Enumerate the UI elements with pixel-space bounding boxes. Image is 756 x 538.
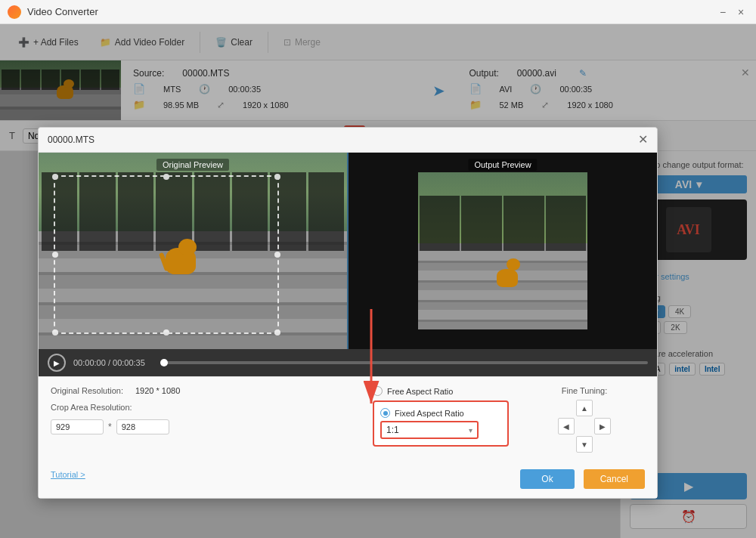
ok-button[interactable]: Ok (520, 469, 574, 489)
crop-handle-tr[interactable] (274, 174, 280, 180)
free-aspect-label: Free Aspect Ratio (387, 387, 453, 396)
output-video-scene (349, 153, 657, 349)
preview-container: Original Preview (39, 153, 657, 349)
time-display: 00:00:00 / 00:00:35 (73, 358, 156, 367)
crop-handle-bm[interactable] (163, 329, 169, 335)
crop-handle-br[interactable] (274, 329, 280, 335)
app-icon (8, 5, 21, 19)
modal-bottom: Original Resolution: 1920 * 1080 Crop Ar… (39, 376, 657, 498)
current-time: 00:00:00 (73, 358, 106, 367)
crop-sep: * (108, 422, 112, 432)
play-button[interactable]: ▶ (48, 354, 66, 372)
fine-tuning-label: Fine Tuning: (562, 386, 608, 395)
arrow-grid: ▲ ◀ ▶ ▼ (558, 400, 611, 453)
aspect-ratio-select[interactable]: 1:1 ▾ (380, 421, 479, 439)
fine-tuning-controls: ▲ ◀ ▶ ▼ (558, 400, 611, 453)
output-preview-content (418, 172, 587, 329)
arrow-up[interactable]: ▲ (576, 400, 593, 416)
fixed-aspect-label: Fixed Aspect Ratio (395, 409, 464, 418)
crop-handle-ml[interactable] (52, 252, 58, 258)
original-res-label: Original Resolution: (51, 386, 123, 395)
free-aspect-radio[interactable] (373, 386, 383, 396)
crop-handle-tm[interactable] (163, 174, 169, 180)
crop-area-row: Crop Area Resolution: (51, 403, 358, 412)
fence-bar (308, 172, 344, 251)
original-res-value: 1920 * 1080 (135, 386, 180, 395)
modal-footer: Tutorial > Ok Cancel (51, 460, 645, 489)
bottom-left: Original Resolution: 1920 * 1080 Crop Ar… (51, 386, 358, 434)
title-bar: Video Converter − × (0, 0, 756, 24)
aspect-ratio-group: Free Aspect Ratio Fixed Aspect Ratio 1:1… (373, 386, 509, 447)
app-title: Video Converter (27, 6, 720, 17)
bottom-center: Free Aspect Ratio Fixed Aspect Ratio 1:1… (373, 386, 509, 447)
output-preview-label: Output Preview (468, 159, 537, 171)
minimize-button[interactable]: − (720, 7, 730, 17)
arrow-empty-bl (558, 436, 575, 453)
modal-title: 00000.MTS (48, 134, 94, 145)
crop-area-label: Crop Area Resolution: (51, 403, 132, 412)
aspect-dropdown-arrow: ▾ (469, 426, 472, 434)
crop-modal: 00000.MTS ✕ (38, 127, 658, 499)
modal-overlay: 00000.MTS ✕ (0, 24, 756, 538)
arrow-left[interactable]: ◀ (558, 418, 575, 434)
bottom-right: Fine Tuning: ▲ ◀ ▶ ▼ (524, 386, 645, 453)
playback-controls: ▶ 00:00:00 / 00:00:35 (39, 349, 657, 376)
original-preview-label: Original Preview (156, 159, 229, 171)
modal-actions: Ok Cancel (520, 469, 645, 489)
fixed-aspect-radio[interactable] (380, 408, 390, 418)
crop-handle-bl[interactable] (52, 329, 58, 335)
fixed-aspect-box: Fixed Aspect Ratio 1:1 ▾ (373, 400, 509, 447)
crop-handle-mr[interactable] (274, 252, 280, 258)
arrow-empty-br (594, 436, 611, 453)
arrow-empty-tr (594, 400, 611, 416)
arrow-center (576, 418, 593, 434)
output-preview-pane: Output Preview (349, 153, 657, 349)
crop-height-input[interactable] (116, 419, 169, 434)
original-res-row: Original Resolution: 1920 * 1080 (51, 386, 358, 395)
original-video-scene (39, 153, 347, 349)
modal-close-button[interactable]: ✕ (638, 134, 648, 146)
window-controls: − × (720, 7, 748, 17)
total-time: 00:00:35 (113, 358, 145, 367)
crop-handle-tl[interactable] (52, 174, 58, 180)
arrow-right[interactable]: ▶ (594, 418, 611, 434)
arrow-empty-tl (558, 400, 575, 416)
tutorial-link[interactable]: Tutorial > (51, 470, 85, 479)
crop-width-input[interactable] (51, 419, 104, 434)
progress-thumb[interactable] (160, 359, 168, 366)
cancel-button[interactable]: Cancel (584, 469, 645, 489)
original-preview-pane: Original Preview (39, 153, 347, 349)
free-aspect-row[interactable]: Free Aspect Ratio (373, 386, 509, 396)
aspect-ratio-value: 1:1 (386, 425, 469, 435)
modal-bottom-content: Original Resolution: 1920 * 1080 Crop Ar… (51, 386, 645, 453)
fixed-aspect-row[interactable]: Fixed Aspect Ratio (380, 408, 501, 418)
crop-overlay[interactable] (54, 175, 279, 334)
arrow-down[interactable]: ▼ (576, 436, 593, 453)
close-button[interactable]: × (738, 7, 748, 17)
modal-title-bar: 00000.MTS ✕ (39, 128, 657, 153)
crop-inputs: * (51, 419, 358, 434)
progress-bar[interactable] (164, 361, 648, 364)
